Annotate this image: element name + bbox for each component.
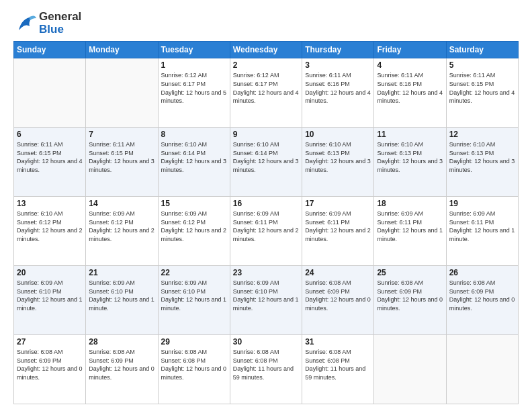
calendar-cell: 27Sunrise: 6:08 AMSunset: 6:09 PMDayligh…	[14, 335, 86, 404]
day-info: Sunrise: 6:09 AMSunset: 6:12 PMDaylight:…	[161, 210, 227, 243]
day-number: 29	[161, 337, 227, 347]
day-number: 23	[233, 268, 299, 277]
calendar-cell: 16Sunrise: 6:09 AMSunset: 6:11 PMDayligh…	[230, 197, 302, 266]
day-info: Sunrise: 6:11 AMSunset: 6:15 PMDaylight:…	[89, 140, 154, 174]
day-number: 16	[233, 199, 299, 208]
day-info: Sunrise: 6:12 AMSunset: 6:17 PMDaylight:…	[161, 71, 227, 105]
day-info: Sunrise: 6:10 AMSunset: 6:13 PMDaylight:…	[305, 140, 371, 174]
week-row-3: 13Sunrise: 6:10 AMSunset: 6:12 PMDayligh…	[14, 197, 519, 266]
logo-bird-icon	[13, 11, 38, 36]
calendar-cell: 31Sunrise: 6:08 AMSunset: 6:08 PMDayligh…	[302, 335, 374, 404]
calendar-cell: 29Sunrise: 6:08 AMSunset: 6:08 PMDayligh…	[158, 335, 230, 404]
calendar-cell: 13Sunrise: 6:10 AMSunset: 6:12 PMDayligh…	[14, 197, 86, 266]
weekday-header-wednesday: Wednesday	[230, 42, 302, 58]
day-number: 14	[89, 199, 154, 208]
calendar-cell: 12Sunrise: 6:10 AMSunset: 6:13 PMDayligh…	[446, 128, 518, 197]
day-number: 11	[377, 130, 443, 139]
calendar-cell: 26Sunrise: 6:08 AMSunset: 6:09 PMDayligh…	[446, 266, 518, 335]
day-info: Sunrise: 6:09 AMSunset: 6:11 PMDaylight:…	[305, 210, 371, 243]
calendar-cell: 30Sunrise: 6:08 AMSunset: 6:08 PMDayligh…	[230, 335, 302, 404]
calendar-cell: 11Sunrise: 6:10 AMSunset: 6:13 PMDayligh…	[374, 128, 446, 197]
calendar-cell: 4Sunrise: 6:11 AMSunset: 6:16 PMDaylight…	[374, 58, 446, 128]
day-info: Sunrise: 6:08 AMSunset: 6:08 PMDaylight:…	[305, 348, 371, 381]
day-number: 25	[377, 268, 443, 277]
calendar-cell: 7Sunrise: 6:11 AMSunset: 6:15 PMDaylight…	[86, 128, 158, 197]
day-number: 10	[305, 130, 371, 139]
calendar-cell: 1Sunrise: 6:12 AMSunset: 6:17 PMDaylight…	[158, 58, 230, 128]
day-info: Sunrise: 6:08 AMSunset: 6:09 PMDaylight:…	[17, 348, 83, 381]
calendar-cell	[14, 58, 86, 128]
day-info: Sunrise: 6:08 AMSunset: 6:09 PMDaylight:…	[449, 279, 515, 312]
week-row-5: 27Sunrise: 6:08 AMSunset: 6:09 PMDayligh…	[14, 335, 519, 404]
day-number: 26	[449, 268, 515, 277]
calendar-cell: 25Sunrise: 6:08 AMSunset: 6:09 PMDayligh…	[374, 266, 446, 335]
day-number: 27	[17, 337, 83, 347]
calendar-table: SundayMondayTuesdayWednesdayThursdayFrid…	[13, 41, 519, 404]
week-row-4: 20Sunrise: 6:09 AMSunset: 6:10 PMDayligh…	[14, 266, 519, 335]
week-row-2: 6Sunrise: 6:11 AMSunset: 6:15 PMDaylight…	[14, 128, 519, 197]
calendar-cell: 5Sunrise: 6:11 AMSunset: 6:15 PMDaylight…	[446, 58, 518, 128]
calendar-cell	[374, 335, 446, 404]
week-row-1: 1Sunrise: 6:12 AMSunset: 6:17 PMDaylight…	[14, 58, 519, 128]
day-number: 2	[233, 60, 299, 70]
calendar-cell: 15Sunrise: 6:09 AMSunset: 6:12 PMDayligh…	[158, 197, 230, 266]
calendar-cell: 3Sunrise: 6:11 AMSunset: 6:16 PMDaylight…	[302, 58, 374, 128]
day-info: Sunrise: 6:09 AMSunset: 6:11 PMDaylight:…	[449, 210, 515, 243]
calendar-cell	[446, 335, 518, 404]
day-number: 1	[161, 60, 227, 70]
day-info: Sunrise: 6:10 AMSunset: 6:14 PMDaylight:…	[233, 140, 299, 174]
day-info: Sunrise: 6:08 AMSunset: 6:09 PMDaylight:…	[89, 348, 154, 381]
calendar-cell: 18Sunrise: 6:09 AMSunset: 6:11 PMDayligh…	[374, 197, 446, 266]
weekday-header-friday: Friday	[374, 42, 446, 58]
calendar-cell: 6Sunrise: 6:11 AMSunset: 6:15 PMDaylight…	[14, 128, 86, 197]
logo-container: General Blue	[13, 11, 81, 36]
day-info: Sunrise: 6:11 AMSunset: 6:16 PMDaylight:…	[305, 71, 371, 105]
day-info: Sunrise: 6:11 AMSunset: 6:15 PMDaylight:…	[17, 140, 83, 174]
day-info: Sunrise: 6:10 AMSunset: 6:12 PMDaylight:…	[17, 210, 83, 243]
day-info: Sunrise: 6:11 AMSunset: 6:16 PMDaylight:…	[377, 71, 443, 105]
day-info: Sunrise: 6:10 AMSunset: 6:13 PMDaylight:…	[377, 140, 443, 174]
day-info: Sunrise: 6:09 AMSunset: 6:11 PMDaylight:…	[233, 210, 299, 243]
day-info: Sunrise: 6:08 AMSunset: 6:08 PMDaylight:…	[161, 348, 227, 381]
day-number: 21	[89, 268, 154, 277]
day-number: 8	[161, 130, 227, 139]
day-info: Sunrise: 6:09 AMSunset: 6:11 PMDaylight:…	[377, 210, 443, 243]
weekday-header-saturday: Saturday	[446, 42, 518, 58]
day-number: 28	[89, 337, 154, 347]
weekday-header-monday: Monday	[86, 42, 158, 58]
weekday-header-row: SundayMondayTuesdayWednesdayThursdayFrid…	[14, 42, 519, 58]
day-number: 18	[377, 199, 443, 208]
day-number: 24	[305, 268, 371, 277]
day-number: 4	[377, 60, 443, 70]
day-info: Sunrise: 6:09 AMSunset: 6:10 PMDaylight:…	[17, 279, 83, 312]
day-number: 15	[161, 199, 227, 208]
day-number: 9	[233, 130, 299, 139]
logo-blue-text: Blue	[39, 24, 81, 36]
calendar-cell: 10Sunrise: 6:10 AMSunset: 6:13 PMDayligh…	[302, 128, 374, 197]
calendar-cell: 14Sunrise: 6:09 AMSunset: 6:12 PMDayligh…	[86, 197, 158, 266]
calendar-cell: 8Sunrise: 6:10 AMSunset: 6:14 PMDaylight…	[158, 128, 230, 197]
day-info: Sunrise: 6:09 AMSunset: 6:10 PMDaylight:…	[233, 279, 299, 312]
calendar-cell: 22Sunrise: 6:09 AMSunset: 6:10 PMDayligh…	[158, 266, 230, 335]
page: General Blue SundayMondayTuesdayWednesda…	[0, 0, 532, 411]
logo-general-text: General	[39, 11, 81, 24]
logo: General Blue	[13, 11, 81, 36]
calendar-cell: 9Sunrise: 6:10 AMSunset: 6:14 PMDaylight…	[230, 128, 302, 197]
day-info: Sunrise: 6:10 AMSunset: 6:13 PMDaylight:…	[449, 140, 515, 174]
day-number: 17	[305, 199, 371, 208]
calendar-cell: 19Sunrise: 6:09 AMSunset: 6:11 PMDayligh…	[446, 197, 518, 266]
calendar-cell: 28Sunrise: 6:08 AMSunset: 6:09 PMDayligh…	[86, 335, 158, 404]
day-number: 12	[449, 130, 515, 139]
day-number: 19	[449, 199, 515, 208]
day-info: Sunrise: 6:09 AMSunset: 6:10 PMDaylight:…	[89, 279, 154, 312]
calendar-cell	[86, 58, 158, 128]
calendar-cell: 21Sunrise: 6:09 AMSunset: 6:10 PMDayligh…	[86, 266, 158, 335]
day-number: 22	[161, 268, 227, 277]
day-info: Sunrise: 6:12 AMSunset: 6:17 PMDaylight:…	[233, 71, 299, 105]
calendar-cell: 23Sunrise: 6:09 AMSunset: 6:10 PMDayligh…	[230, 266, 302, 335]
day-number: 6	[17, 130, 83, 139]
day-info: Sunrise: 6:09 AMSunset: 6:10 PMDaylight:…	[161, 279, 227, 312]
day-info: Sunrise: 6:11 AMSunset: 6:15 PMDaylight:…	[449, 71, 515, 105]
header: General Blue	[13, 11, 519, 36]
day-number: 7	[89, 130, 154, 139]
